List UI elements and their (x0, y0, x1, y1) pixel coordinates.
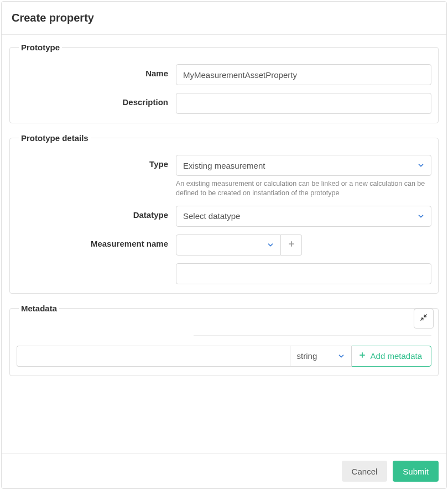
modal-footer: Cancel Submit (2, 453, 446, 488)
measurement-label: Measurement name (17, 234, 176, 248)
type-label: Type (17, 155, 176, 169)
prototype-legend: Prototype (19, 43, 62, 52)
collapse-button[interactable] (414, 309, 434, 329)
prototype-details-section: Prototype details Type Existing measurem… (9, 133, 439, 294)
datatype-select[interactable]: Select datatype (176, 206, 431, 227)
metadata-legend: Metadata (19, 304, 59, 313)
name-label: Name (17, 64, 176, 78)
field-row-description: Description (17, 93, 431, 114)
svg-line-3 (421, 318, 423, 320)
metadata-type-value: string (297, 351, 317, 361)
plus-icon (288, 240, 295, 249)
datatype-select-placeholder: Select datatype (183, 211, 240, 221)
type-select-wrap: Existing measurement (176, 155, 431, 176)
name-control (176, 64, 431, 85)
create-property-modal: Create property Prototype Name Descripti… (1, 1, 447, 489)
metadata-type-select[interactable]: string (290, 346, 352, 367)
description-control (176, 93, 431, 114)
modal-title: Create property (12, 12, 436, 24)
type-select[interactable]: Existing measurement (176, 155, 431, 176)
field-row-type: Type Existing measurement An existing me… (17, 155, 431, 198)
svg-line-2 (424, 315, 426, 317)
metadata-key-input[interactable] (17, 346, 290, 367)
field-row-measurement: Measurement name (17, 234, 431, 284)
add-metadata-button[interactable]: Add metadata (351, 346, 431, 367)
metadata-type-wrap: string (290, 346, 352, 367)
submit-button[interactable]: Submit (393, 461, 439, 482)
type-select-value: Existing measurement (183, 161, 265, 170)
datatype-label: Datatype (17, 206, 176, 220)
add-metadata-label: Add metadata (371, 351, 422, 361)
field-row-name: Name (17, 64, 431, 85)
modal-body: Prototype Name Description Prototype det… (2, 35, 446, 453)
cancel-button[interactable]: Cancel (342, 461, 388, 482)
measurement-select-wrap (176, 234, 281, 256)
compress-icon (420, 314, 428, 323)
measurement-control (176, 234, 431, 284)
measurement-extra (176, 263, 431, 284)
prototype-details-legend: Prototype details (19, 133, 91, 143)
description-label: Description (17, 93, 176, 107)
type-help-text: An existing measurement or calculation c… (176, 179, 431, 198)
plus-icon (358, 351, 366, 361)
measurement-select[interactable] (176, 234, 281, 256)
field-row-datatype: Datatype Select datatype (17, 206, 431, 227)
datatype-control: Select datatype (176, 206, 431, 227)
name-input[interactable] (176, 64, 431, 85)
add-measurement-button[interactable] (281, 234, 302, 256)
description-input[interactable] (176, 93, 431, 114)
type-control: Existing measurement An existing measure… (176, 155, 431, 198)
metadata-divider (194, 335, 431, 336)
metadata-section: Metadata string (9, 304, 439, 376)
measurement-extra-input[interactable] (176, 263, 431, 284)
modal-header: Create property (2, 2, 446, 35)
measurement-combo (176, 234, 431, 256)
prototype-section: Prototype Name Description (9, 43, 439, 123)
datatype-select-wrap: Select datatype (176, 206, 431, 227)
metadata-row: string Add metadata (17, 346, 431, 367)
